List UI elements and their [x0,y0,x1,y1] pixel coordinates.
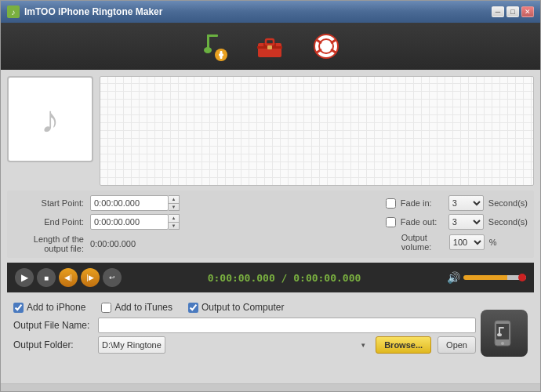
svg-rect-5 [220,51,223,59]
output-to-computer-label: Output to Computer [202,302,284,313]
close-button[interactable]: ✕ [521,6,534,17]
svg-rect-14 [496,324,509,339]
bottom-section: Add to iPhone Add to iTunes Output to Co… [7,297,534,361]
stop-button[interactable]: ■ [37,268,56,287]
svg-rect-10 [267,45,272,49]
start-point-row: Start Point: ▲ ▼ [13,195,378,211]
svg-rect-8 [266,39,274,45]
album-art: ♪ [7,76,93,162]
output-folder-row: Output Folder: D:\My Ringtone ▼ Browse..… [13,336,476,354]
controls-right: Fade in: 3 1 2 5 Second(s) Fade out: 3 1 [386,195,528,253]
toolbar [1,23,540,70]
next-button[interactable]: |▶ [81,268,100,287]
svg-point-18 [497,333,502,336]
fade-in-checkbox[interactable] [386,198,396,209]
play-controls: ▶ ■ ◀| |▶ ↩ [15,268,122,287]
controls-left: Start Point: ▲ ▼ End Point: ▲ [13,195,378,253]
checkbox-row: Add to iPhone Add to iTunes Output to Co… [13,302,476,313]
volume-icon: 🔊 [447,271,460,284]
start-point-input[interactable] [90,195,169,211]
toolbox-button[interactable] [249,29,290,64]
length-row: Length of the output file: 0:00:00.000 [13,234,378,253]
volume-unit: % [489,238,497,247]
fade-in-unit: Second(s) [488,198,528,208]
end-point-row: End Point: ▲ ▼ [13,214,378,230]
fade-out-checkbox[interactable] [386,217,396,227]
window-controls: ─ □ ✕ [492,6,534,17]
time-display: 0:00:00.000 / 0:00:00.000 [129,272,439,284]
folder-select-wrap: D:\My Ringtone ▼ [98,336,369,354]
end-point-label: End Point: [13,217,84,227]
volume-label: Output volume: [401,233,445,252]
folder-select-arrow-icon: ▼ [360,342,366,349]
toolbox-icon [256,32,284,60]
title-bar: ♪ ImTOO iPhone Ringtone Maker ─ □ ✕ [1,1,540,23]
open-button[interactable]: Open [438,336,476,354]
fade-out-unit: Second(s) [488,217,528,227]
fade-out-select[interactable]: 3 1 2 5 [448,214,484,230]
svg-rect-1 [207,34,218,37]
fade-in-select[interactable]: 3 1 2 5 [448,195,484,211]
add-to-iphone-checkbox[interactable] [13,303,24,313]
length-label: Length of the output file: [13,234,84,253]
music-note-icon: ♪ [41,98,60,141]
minimize-button[interactable]: ─ [492,6,504,17]
add-to-iphone-item: Add to iPhone [13,302,85,313]
svg-point-15 [501,342,504,345]
output-file-name-row: Output File Name: [13,318,476,333]
end-point-input[interactable] [90,214,169,230]
play-button[interactable]: ▶ [15,268,34,287]
controls-section: Start Point: ▲ ▼ End Point: ▲ [7,191,534,258]
window-title: ImTOO iPhone Ringtone Maker [24,6,492,17]
end-point-up[interactable]: ▲ [169,215,179,223]
volume-row: Output volume: 100 50 75 % [386,233,528,252]
svg-point-2 [204,47,212,53]
output-file-name-label: Output File Name: [13,320,92,331]
maximize-button[interactable]: □ [507,6,519,17]
length-value: 0:00:00.000 [90,239,136,249]
fade-in-row: Fade in: 3 1 2 5 Second(s) [386,195,528,211]
svg-rect-17 [499,327,504,328]
playback-bar: ▶ ■ ◀| |▶ ↩ 0:00:00.000 / 0:00:00.000 🔊 [7,263,534,292]
output-folder-label: Output Folder: [13,339,92,350]
start-point-up[interactable]: ▲ [169,196,179,204]
bottom-fields: Add to iPhone Add to iTunes Output to Co… [13,302,476,357]
output-to-computer-item: Output to Computer [188,302,284,313]
phone-icon-area [481,310,528,357]
bottom-with-icon: Add to iPhone Add to iTunes Output to Co… [13,302,528,357]
help-button[interactable] [306,29,347,64]
browse-button[interactable]: Browse... [376,336,431,354]
end-point-down[interactable]: ▼ [169,223,179,230]
add-to-itunes-item: Add to iTunes [101,302,172,313]
output-folder-select[interactable]: D:\My Ringtone [98,336,165,354]
volume-knob[interactable] [518,274,526,281]
fade-out-label: Fade out: [401,217,444,227]
start-point-spinner-buttons[interactable]: ▲ ▼ [169,195,180,211]
volume-area: 🔊 [447,271,526,284]
end-point-spinner-buttons[interactable]: ▲ ▼ [169,214,180,230]
main-content: ♪ Start Point: ▲ ▼ End Poin [1,70,540,383]
main-window: ♪ ImTOO iPhone Ringtone Maker ─ □ ✕ [0,0,541,392]
loop-button[interactable]: ↩ [103,268,122,287]
fade-in-label: Fade in: [401,198,444,208]
app-icon: ♪ [7,5,20,18]
volume-select[interactable]: 100 50 75 [449,234,485,250]
waveform-area [100,76,534,186]
svg-point-12 [319,39,333,53]
volume-slider[interactable] [463,275,526,280]
add-file-icon [201,31,227,61]
add-to-itunes-label: Add to iTunes [114,302,172,313]
phone-music-icon [488,318,520,349]
prev-button[interactable]: ◀| [59,268,78,287]
start-point-label: Start Point: [13,198,84,208]
top-section: ♪ [7,76,534,186]
help-icon [312,32,340,60]
start-point-down[interactable]: ▼ [169,204,179,211]
output-to-computer-checkbox[interactable] [188,303,198,313]
horizontal-scrollbar[interactable] [1,383,540,391]
add-file-button[interactable] [194,28,234,64]
output-file-name-input[interactable] [98,318,476,333]
end-point-spinner: ▲ ▼ [90,214,180,230]
add-to-itunes-checkbox[interactable] [101,303,111,313]
fade-out-row: Fade out: 3 1 2 5 Second(s) [386,214,528,230]
